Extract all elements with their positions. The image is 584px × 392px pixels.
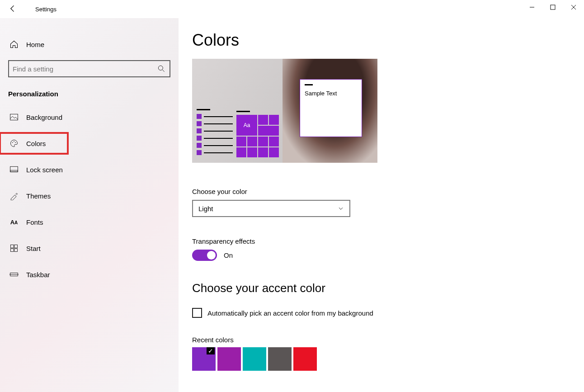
svg-rect-10 [10,166,18,172]
transparency-label: Transparency effects [192,237,584,245]
svg-rect-12 [11,245,14,248]
search-icon [157,64,166,73]
window-controls [522,0,584,14]
picture-icon [9,113,19,122]
maximize-icon [550,5,556,10]
sidebar-item-label: Background [26,113,62,121]
preview-tile-aa: Aa [236,115,257,136]
sidebar-item-start[interactable]: Start [0,238,179,259]
svg-line-5 [163,70,165,72]
svg-point-9 [15,142,16,143]
back-button[interactable] [8,4,17,14]
svg-point-7 [12,142,13,143]
minimize-icon [529,5,535,10]
auto-pick-label: Automatically pick an accent color from … [207,309,373,317]
sidebar-home[interactable]: Home [0,35,179,53]
sidebar-item-background[interactable]: Background [0,107,179,128]
arrow-left-icon [8,4,17,13]
page-title: Colors [192,31,584,50]
transparency-state: On [224,251,233,259]
preview-sample-text: Sample Text [305,90,357,97]
maximize-button[interactable] [542,0,563,14]
color-swatch[interactable] [243,347,266,371]
recent-colors-label: Recent colors [192,336,584,344]
sidebar-item-fonts[interactable]: AA Fonts [0,212,179,232]
choose-color-label: Choose your color [192,188,584,195]
sidebar-section: Personalization [0,85,179,107]
color-swatch[interactable] [192,347,216,371]
minimize-button[interactable] [522,0,542,14]
svg-rect-13 [14,245,18,248]
sidebar-item-label: Colors [26,140,46,147]
recent-colors [192,347,584,371]
color-swatch[interactable] [293,347,317,371]
svg-point-4 [158,66,163,70]
svg-rect-1 [551,5,555,9]
transparency-toggle[interactable] [192,250,217,261]
close-icon [571,5,576,10]
auto-pick-checkbox[interactable] [192,308,202,318]
sidebar-item-themes[interactable]: Themes [0,185,179,206]
themes-icon [9,191,19,200]
home-icon [9,40,19,49]
sidebar-item-label: Themes [26,192,51,200]
search-input[interactable] [13,65,157,73]
main-panel: Colors Aa [179,18,584,392]
color-swatch[interactable] [268,347,292,371]
sidebar-item-colors[interactable]: Colors [0,133,68,154]
search-box[interactable] [8,60,170,77]
color-swatch[interactable] [217,347,241,371]
sidebar-item-taskbar[interactable]: Taskbar [0,264,179,285]
sidebar-item-label: Fonts [26,218,43,226]
preview-sample-window: Sample Text [300,79,362,137]
choose-color-value: Light [198,205,213,213]
svg-rect-11 [10,170,18,172]
sidebar-home-label: Home [26,41,44,48]
sidebar-item-label: Lock screen [26,166,63,174]
svg-rect-14 [11,249,14,252]
chevron-down-icon [338,205,344,212]
sidebar-item-lock-screen[interactable]: Lock screen [0,159,179,180]
window-title: Settings [35,6,57,13]
fonts-icon: AA [9,219,19,226]
sidebar-item-label: Start [26,245,41,252]
close-button[interactable] [563,0,584,14]
taskbar-icon [9,270,19,279]
color-preview: Aa Sample Text [192,59,377,163]
sidebar-item-label: Taskbar [26,271,50,279]
preview-start-mock: Aa [197,109,279,163]
svg-rect-15 [14,249,18,252]
sidebar: Home Personalization Background Colors L… [0,18,179,392]
accent-heading: Choose your accent color [192,281,584,295]
svg-rect-6 [10,114,18,120]
svg-point-8 [14,141,14,142]
start-icon [9,244,19,253]
lock-screen-icon [9,165,19,174]
choose-color-dropdown[interactable]: Light [192,200,350,217]
palette-icon [9,139,19,148]
